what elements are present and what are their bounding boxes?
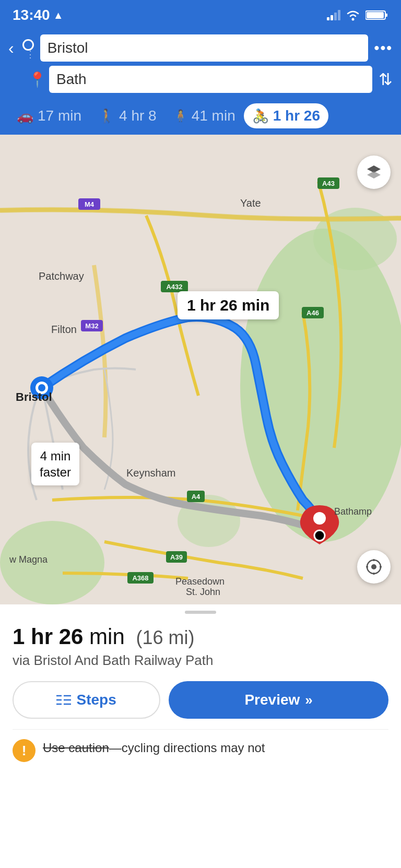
status-icons — [327, 9, 388, 21]
cycle-duration: 1 hr 26 — [273, 108, 320, 124]
preview-label: Preview — [244, 692, 300, 708]
svg-text:Filton: Filton — [51, 324, 77, 335]
more-options-button[interactable]: ••• — [374, 40, 393, 56]
location-target-icon — [365, 558, 383, 576]
caution-warning-icon: ! — [13, 739, 36, 762]
map-layer-button[interactable] — [357, 156, 391, 189]
destination-row: 📍 ⇅ — [8, 66, 393, 93]
battery-icon — [365, 9, 388, 21]
transport-mode-tabs: 🚗 17 min 🚶 4 hr 8 🧍 41 min 🚴 1 hr 26 — [0, 99, 401, 135]
swap-directions-button[interactable]: ⇅ — [379, 69, 393, 89]
via-text: via Bristol And Bath Railway Path — [13, 652, 213, 668]
bottom-panel: 1 hr 26 min (16 mi) via Bristol And Bath… — [0, 604, 401, 771]
svg-text:Yate: Yate — [240, 197, 261, 209]
svg-text:A39: A39 — [170, 553, 183, 561]
svg-text:A43: A43 — [322, 180, 335, 187]
svg-marker-41 — [367, 171, 381, 179]
svg-text:Peasedown: Peasedown — [175, 576, 225, 587]
svg-rect-3 — [367, 12, 384, 18]
tab-drive[interactable]: 🚗 17 min — [8, 103, 90, 128]
status-bar: 13:40 ▲ — [0, 0, 401, 29]
svg-text:St. John: St. John — [186, 587, 220, 597]
route-distance: (16 mi) — [131, 627, 194, 648]
status-time: 13:40 ▲ — [13, 7, 63, 23]
svg-text:A368: A368 — [132, 574, 148, 582]
svg-point-43 — [371, 564, 376, 569]
tab-cycle[interactable]: 🚴 1 hr 26 — [244, 103, 328, 128]
distance-text: (16 mi) — [136, 627, 194, 648]
caution-text: Use caution — [43, 741, 109, 755]
svg-point-13 — [313, 512, 326, 525]
route-summary: 1 hr 26 min (16 mi) — [13, 624, 388, 649]
svg-rect-2 — [385, 14, 387, 17]
steps-list-icon — [56, 694, 71, 706]
preview-arrows-icon: » — [305, 692, 312, 708]
drag-handle[interactable] — [185, 611, 216, 614]
time-display: 13:40 — [13, 7, 50, 23]
transit-duration: 41 min — [192, 108, 235, 124]
origin-input[interactable] — [40, 34, 368, 62]
destination-pin-icon: 📍 — [31, 72, 43, 87]
walk-duration: 4 hr 8 — [119, 108, 157, 124]
tab-walk[interactable]: 🚶 4 hr 8 — [90, 103, 165, 128]
svg-text:A4: A4 — [192, 493, 200, 501]
transit-icon: 🧍 — [173, 109, 187, 123]
preview-button[interactable]: Preview » — [169, 681, 388, 719]
svg-text:A432: A432 — [166, 283, 182, 291]
caution-text-end: —cycling directions may not — [109, 741, 265, 755]
svg-text:Bathamp: Bathamp — [334, 506, 372, 517]
svg-text:Keynsham: Keynsham — [126, 467, 176, 479]
layers-icon — [365, 163, 383, 181]
svg-text:A46: A46 — [306, 309, 319, 317]
destination-input[interactable] — [49, 66, 372, 93]
caution-bar: ! Use caution—cycling directions may not — [13, 729, 388, 771]
wifi-icon — [346, 9, 360, 21]
steps-button[interactable]: Steps — [13, 681, 160, 719]
route-via: via Bristol And Bath Railway Path — [13, 652, 388, 669]
svg-text:M32: M32 — [85, 322, 98, 330]
map-view[interactable]: M4 M32 A432 A43 A46 A4 A39 A368 Patchway… — [0, 135, 401, 604]
route-duration: 1 hr 26 min — [13, 624, 131, 649]
svg-point-14 — [314, 530, 325, 541]
connector-icons: ⋮ — [22, 39, 34, 57]
drive-duration: 17 min — [38, 108, 81, 124]
back-button[interactable]: ‹ — [8, 40, 14, 56]
origin-row: ‹ ⋮ ••• — [8, 34, 393, 62]
walk-icon: 🚶 — [98, 108, 115, 124]
svg-text:M4: M4 — [85, 200, 95, 208]
cycle-icon: 🚴 — [252, 108, 269, 124]
my-location-button[interactable] — [357, 550, 391, 584]
svg-point-0 — [352, 18, 355, 21]
location-arrow-icon: ▲ — [53, 9, 64, 21]
action-buttons: Steps Preview » — [13, 681, 388, 719]
tab-transit[interactable]: 🧍 41 min — [165, 103, 244, 128]
signal-bars-icon — [327, 10, 340, 20]
svg-text:Patchway: Patchway — [39, 270, 84, 282]
route-connector-icon: ⋮ — [26, 52, 34, 57]
svg-text:Bristol: Bristol — [16, 390, 52, 403]
nav-header: ‹ ⋮ ••• 📍 ⇅ — [0, 29, 401, 99]
steps-label: Steps — [76, 692, 116, 708]
svg-text:w Magna: w Magna — [9, 554, 48, 565]
drive-icon: 🚗 — [17, 108, 33, 124]
